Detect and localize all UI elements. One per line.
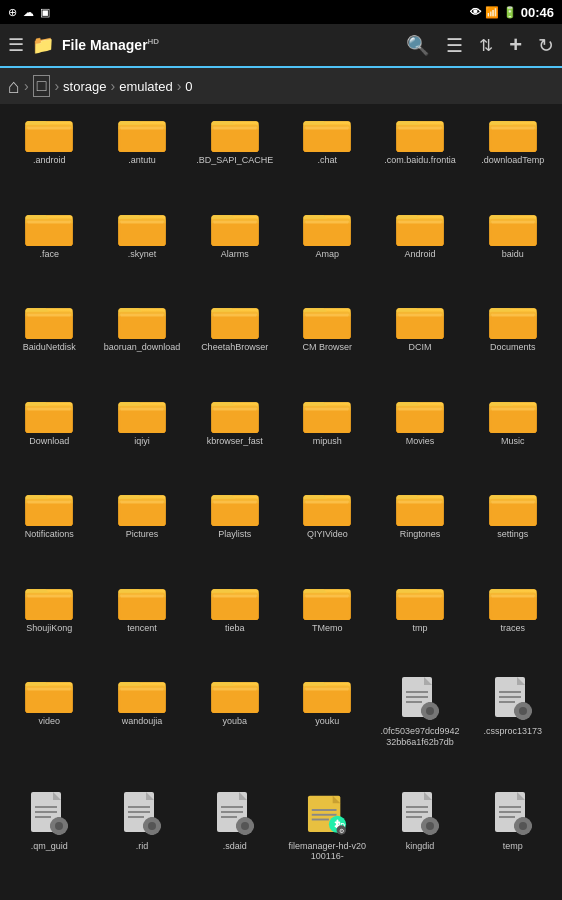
list-item[interactable]: Android <box>375 202 466 294</box>
file-label: Movies <box>406 436 435 447</box>
svg-rect-125 <box>213 407 256 410</box>
refresh-icon[interactable]: ↻ <box>538 34 554 57</box>
list-item[interactable]: youba <box>189 669 280 781</box>
list-item[interactable]: settings <box>467 482 558 574</box>
file-label: .face <box>40 249 60 260</box>
list-item[interactable]: Notifications <box>4 482 95 574</box>
folder-icon <box>303 395 351 433</box>
svg-rect-196 <box>213 594 256 618</box>
home-icon[interactable]: ⌂ <box>8 75 20 98</box>
list-item[interactable]: Download <box>4 389 95 481</box>
list-item[interactable]: DCIM <box>375 295 466 387</box>
list-item[interactable]: Ringtones <box>375 482 466 574</box>
list-item[interactable]: iqiyi <box>97 389 188 481</box>
svg-rect-214 <box>491 594 534 618</box>
list-item[interactable]: .cssproc13173 <box>467 669 558 781</box>
folder-icon <box>396 114 444 152</box>
svg-rect-268 <box>50 824 54 828</box>
list-item[interactable]: video <box>4 669 95 781</box>
list-item[interactable]: ShoujiKong <box>4 576 95 668</box>
list-item[interactable]: tencent <box>97 576 188 668</box>
list-item[interactable]: .chat <box>282 108 373 200</box>
list-item[interactable]: Playlists <box>189 482 280 574</box>
svg-rect-310 <box>435 824 439 828</box>
svg-rect-302 <box>406 806 428 808</box>
list-item[interactable]: Amap <box>282 202 373 294</box>
list-item[interactable]: TMemo <box>282 576 373 668</box>
svg-rect-303 <box>406 811 428 813</box>
list-item[interactable]: .skynet <box>97 202 188 294</box>
list-item[interactable]: baoruan_download <box>97 295 188 387</box>
status-bar: ⊕ ☁ ▣ 👁 📶 🔋 00:46 <box>0 0 562 24</box>
list-item[interactable]: youku <box>282 669 373 781</box>
list-item[interactable]: .BD_SAPI_CACHE <box>189 108 280 200</box>
file-label: youba <box>222 716 247 727</box>
doc-icon <box>493 675 533 723</box>
list-item[interactable]: .0fc503e97dcd994232bb6a1f62b7db <box>375 669 466 781</box>
bread-storage[interactable]: storage <box>63 79 106 94</box>
list-item[interactable]: .com.baidu.frontia <box>375 108 466 200</box>
list-item[interactable]: .downloadTemp <box>467 108 558 200</box>
file-label: .sdaid <box>223 841 247 852</box>
list-item[interactable]: .antutu <box>97 108 188 200</box>
list-item[interactable]: BaiduNetdisk <box>4 295 95 387</box>
list-item[interactable]: HD ⚙ filemanager-hd-v20100116- <box>282 784 373 896</box>
list-item[interactable]: .qm_guid <box>4 784 95 896</box>
bread-zero[interactable]: 0 <box>185 79 192 94</box>
search-icon[interactable]: 🔍 <box>406 34 430 57</box>
file-label: .android <box>33 155 66 166</box>
list-item[interactable]: temp <box>467 784 558 896</box>
svg-rect-271 <box>128 806 150 808</box>
list-item[interactable]: .sdaid <box>189 784 280 896</box>
svg-rect-317 <box>521 817 525 821</box>
file-label: TMemo <box>312 623 343 634</box>
menu-icon[interactable]: ☰ <box>8 34 24 56</box>
list-item[interactable]: mipush <box>282 389 373 481</box>
list-item[interactable]: baidu <box>467 202 558 294</box>
svg-rect-278 <box>143 824 147 828</box>
svg-rect-184 <box>28 594 71 618</box>
list-item[interactable]: CM Browser <box>282 295 373 387</box>
svg-rect-172 <box>398 501 441 525</box>
folder-icon <box>118 208 166 246</box>
list-item[interactable]: CheetahBrowser <box>189 295 280 387</box>
svg-rect-53 <box>213 220 256 223</box>
svg-rect-46 <box>120 220 163 244</box>
list-item[interactable]: QIYIVideo <box>282 482 373 574</box>
bread-emulated[interactable]: emulated <box>119 79 172 94</box>
app-icon: HD ⚙ <box>307 790 347 838</box>
svg-rect-304 <box>406 816 422 818</box>
list-item[interactable]: traces <box>467 576 558 668</box>
list-item[interactable]: Alarms <box>189 202 280 294</box>
list-item[interactable]: kbrowser_fast <box>189 389 280 481</box>
list-item[interactable]: tieba <box>189 576 280 668</box>
svg-rect-277 <box>150 831 154 835</box>
svg-rect-28 <box>398 127 441 151</box>
file-label: CheetahBrowser <box>201 342 268 353</box>
list-item[interactable]: .face <box>4 202 95 294</box>
svg-rect-5 <box>28 127 71 130</box>
list-item[interactable]: .android <box>4 108 95 200</box>
list-item[interactable]: Movies <box>375 389 466 481</box>
svg-rect-41 <box>28 220 71 223</box>
list-item[interactable]: Documents <box>467 295 558 387</box>
svg-rect-249 <box>435 709 439 713</box>
list-item[interactable]: Pictures <box>97 482 188 574</box>
svg-rect-226 <box>120 688 163 712</box>
list-view-icon[interactable]: ☰ <box>446 34 463 57</box>
list-item[interactable]: Music <box>467 389 558 481</box>
svg-rect-314 <box>499 816 515 818</box>
add-icon[interactable]: + <box>509 32 522 58</box>
list-item[interactable]: wandoujia <box>97 669 188 781</box>
app-title: File ManagerHD <box>62 37 159 53</box>
svg-rect-154 <box>120 501 163 525</box>
list-item[interactable]: kingdid <box>375 784 466 896</box>
svg-rect-137 <box>398 407 441 410</box>
svg-rect-279 <box>157 824 161 828</box>
svg-rect-29 <box>398 127 441 130</box>
sd-card-icon[interactable]: □ <box>33 75 51 97</box>
sort-icon[interactable]: ⇅ <box>479 35 493 56</box>
list-item[interactable]: tmp <box>375 576 466 668</box>
folder-icon <box>211 488 259 526</box>
list-item[interactable]: .rid <box>97 784 188 896</box>
